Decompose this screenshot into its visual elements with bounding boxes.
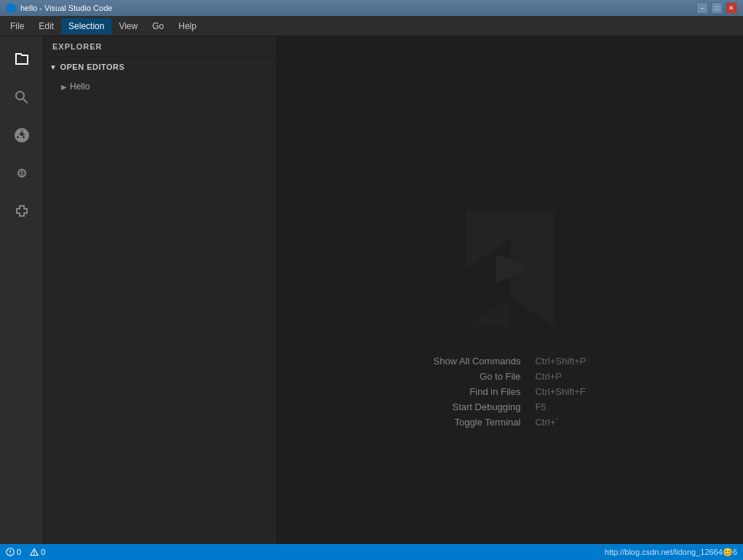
tree-section-open-editors: ▼ Open Editors <box>44 57 276 76</box>
cmd-name-1: Go to File <box>433 371 520 382</box>
cmd-key-2: Ctrl+Shift+F <box>535 386 586 397</box>
close-button[interactable]: ✕ <box>726 2 737 14</box>
app-icon <box>6 3 16 13</box>
activitybar-debug[interactable] <box>4 156 39 191</box>
svg-point-7 <box>33 553 35 555</box>
status-errors: 0 <box>6 548 21 556</box>
status-warnings: 0 <box>30 548 45 556</box>
extensions-icon <box>13 202 31 220</box>
search-icon <box>13 89 31 106</box>
debug-icon <box>13 164 31 182</box>
cmd-key-4: Ctrl+` <box>535 417 586 428</box>
cmd-key-0: Ctrl+Shift+P <box>535 356 586 367</box>
cmd-key-1: Ctrl+P <box>535 371 586 382</box>
hello-arrow: ▶ <box>61 83 67 91</box>
svg-marker-0 <box>7 4 16 13</box>
files-icon <box>13 51 31 68</box>
sidebar: Explorer ▼ Open Editors ▶ Hello <box>44 36 277 544</box>
minimize-button[interactable]: – <box>696 2 708 14</box>
sidebar-header: Explorer <box>44 36 276 57</box>
menu-help[interactable]: Help <box>171 18 204 34</box>
activitybar <box>0 36 44 544</box>
status-url: http://blog.csdn.net/lidong_12664😊6 <box>605 548 737 557</box>
welcome-commands: Show All CommandsCtrl+Shift+PGo to FileC… <box>433 356 586 428</box>
menu-file[interactable]: File <box>3 18 31 34</box>
menubar: File Edit Selection View Go Help <box>0 16 743 36</box>
hello-folder-item[interactable]: ▶ Hello <box>44 79 276 94</box>
cmd-key-3: F5 <box>535 401 586 412</box>
activitybar-search[interactable] <box>4 80 39 115</box>
cmd-name-4: Toggle Terminal <box>433 417 520 428</box>
titlebar: hello - Visual Studio Code – □ ✕ <box>0 0 743 16</box>
menu-view[interactable]: View <box>111 18 145 34</box>
svg-point-4 <box>9 553 11 555</box>
cmd-name-0: Show All Commands <box>433 356 520 367</box>
hello-label: Hello <box>70 81 90 92</box>
menu-selection[interactable]: Selection <box>61 18 111 34</box>
git-icon <box>13 127 31 144</box>
error-count: 0 <box>17 548 21 556</box>
open-editors-label: Open Editors <box>60 63 124 71</box>
window-title: hello - Visual Studio Code <box>20 4 112 12</box>
window-controls: – □ ✕ <box>696 2 737 14</box>
activitybar-extensions[interactable] <box>4 193 39 228</box>
main-layout: Explorer ▼ Open Editors ▶ Hello <box>0 36 743 544</box>
activitybar-git[interactable] <box>4 118 39 153</box>
statusbar: 0 0 http://blog.csdn.net/lidong_12664😊6 <box>0 544 743 560</box>
warning-icon <box>30 548 39 556</box>
tree-section-hello: ▶ Hello <box>44 76 276 97</box>
activitybar-explorer[interactable] <box>4 42 39 77</box>
cmd-name-2: Find in Files <box>433 386 520 397</box>
warning-count: 0 <box>41 548 45 556</box>
menu-go[interactable]: Go <box>145 18 171 34</box>
cmd-name-3: Start Debugging <box>433 401 520 412</box>
open-editors-arrow: ▼ <box>49 63 57 71</box>
menu-edit[interactable]: Edit <box>31 18 61 34</box>
open-editors-header[interactable]: ▼ Open Editors <box>44 60 276 73</box>
error-icon <box>6 548 15 556</box>
editor-area: Show All CommandsCtrl+Shift+PGo to FileC… <box>277 36 743 544</box>
restore-button[interactable]: □ <box>711 2 723 14</box>
vscode-logo <box>437 196 583 341</box>
titlebar-title: hello - Visual Studio Code <box>6 3 112 13</box>
